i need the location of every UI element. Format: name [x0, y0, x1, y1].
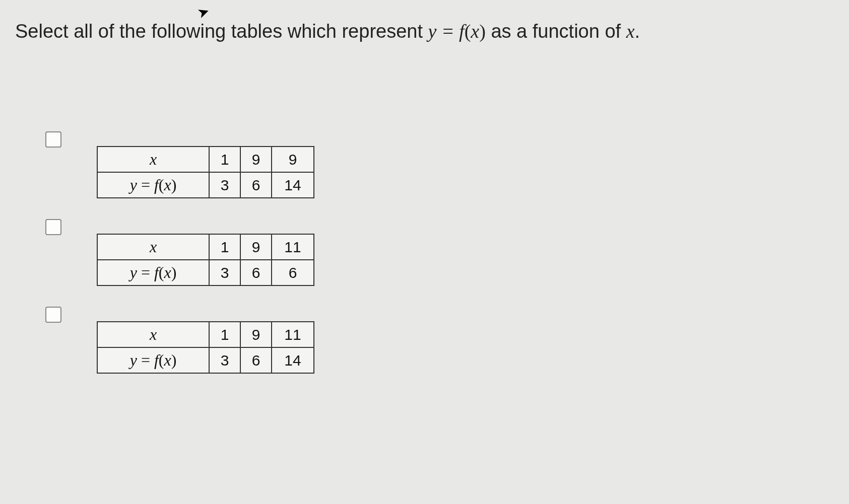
checkbox-option-3[interactable]	[45, 307, 61, 323]
question-var: x	[626, 21, 635, 42]
cell: 3	[209, 260, 240, 285]
options-container: x 1 9 9 y = f(x) 3 6 14 x 1 9 11	[45, 128, 314, 391]
cell: 1	[209, 234, 240, 260]
table-row: x 1 9 11	[97, 322, 314, 347]
option-3: x 1 9 11 y = f(x) 3 6 14	[45, 304, 314, 374]
equation-equals: =	[436, 21, 459, 42]
cell: 3	[209, 347, 240, 373]
checkbox-option-1[interactable]	[45, 131, 61, 148]
checkbox-option-2[interactable]	[45, 219, 61, 235]
row-label-y: y = f(x)	[97, 172, 209, 198]
question-prefix: Select all of the following tables which…	[15, 21, 428, 42]
cell: 6	[272, 260, 314, 285]
table-row: y = f(x) 3 6 14	[97, 172, 314, 198]
cell: 9	[240, 147, 272, 172]
option-1: x 1 9 9 y = f(x) 3 6 14	[45, 128, 314, 198]
cell: 6	[240, 347, 272, 373]
cell: 6	[240, 172, 272, 198]
row-label-x: x	[97, 234, 209, 260]
cell: 9	[240, 234, 272, 260]
row-label-y: y = f(x)	[97, 260, 209, 285]
cell: 1	[209, 322, 240, 347]
table-row: y = f(x) 3 6 6	[97, 260, 314, 285]
row-label-x: x	[97, 322, 209, 347]
table-option-3: x 1 9 11 y = f(x) 3 6 14	[97, 321, 314, 374]
table-option-1: x 1 9 9 y = f(x) 3 6 14	[97, 146, 314, 198]
cell: 14	[272, 347, 314, 373]
cell: 9	[272, 147, 314, 172]
cell: 14	[272, 172, 314, 198]
cell: 6	[240, 260, 272, 285]
cell: 11	[272, 322, 314, 347]
question-middle: as a function of	[486, 21, 626, 42]
table-row: x 1 9 9	[97, 147, 314, 172]
row-label-y: y = f(x)	[97, 347, 209, 373]
row-label-x: x	[97, 147, 209, 172]
table-row: y = f(x) 3 6 14	[97, 347, 314, 373]
equation-lhs: y	[428, 21, 437, 42]
cell: 1	[209, 147, 240, 172]
cell: 9	[240, 322, 272, 347]
option-2: x 1 9 11 y = f(x) 3 6 6	[45, 216, 314, 286]
cursor-icon: ➤	[195, 3, 212, 22]
table-row: x 1 9 11	[97, 234, 314, 260]
question-text: Select all of the following tables which…	[15, 20, 640, 42]
question-suffix: .	[635, 21, 640, 42]
equation-rhs: f(x)	[459, 21, 486, 42]
cell: 11	[272, 234, 314, 260]
table-option-2: x 1 9 11 y = f(x) 3 6 6	[97, 234, 314, 286]
cell: 3	[209, 172, 240, 198]
